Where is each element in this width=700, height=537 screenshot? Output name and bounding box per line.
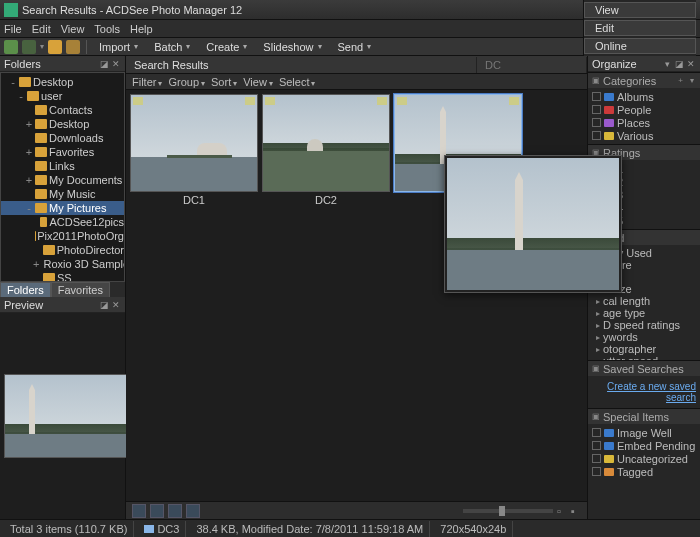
batch-button[interactable]: Batch xyxy=(148,40,196,54)
special-item[interactable]: Embed Pending xyxy=(592,439,696,452)
select-menu[interactable]: Select xyxy=(279,76,316,88)
category-item[interactable]: Places xyxy=(592,116,696,129)
status-selected: DC3 xyxy=(138,521,186,537)
menu-file[interactable]: File xyxy=(4,23,22,35)
tag-icon xyxy=(397,97,407,105)
tree-node[interactable]: +Desktop xyxy=(1,117,124,131)
view-mode-button[interactable] xyxy=(132,504,146,518)
special-item[interactable]: Image Well xyxy=(592,426,696,439)
left-tabs: Folders Favorites xyxy=(0,282,125,297)
autocat-item[interactable]: ▸ywords xyxy=(596,331,698,343)
preview-image xyxy=(4,374,132,458)
status-count: Total 3 items (110.7 KB) xyxy=(4,521,134,537)
embed-icon xyxy=(245,97,255,105)
special-items-header[interactable]: ▣Special Items xyxy=(588,409,700,424)
tree-node[interactable]: -Desktop xyxy=(1,75,124,89)
create-saved-search-link[interactable]: Create a new saved search xyxy=(592,378,696,406)
category-item[interactable]: People xyxy=(592,103,696,116)
thumbnail-grid[interactable]: DC1 DC2 xyxy=(126,90,587,501)
categories-header[interactable]: ▣Categories+▾ xyxy=(588,73,700,88)
slideshow-button[interactable]: Slideshow xyxy=(257,40,327,54)
thumb-dc2[interactable]: DC2 xyxy=(262,94,390,208)
tree-node[interactable]: +Favorites xyxy=(1,145,124,159)
view-menu[interactable]: View xyxy=(243,76,273,88)
history-dropdown-icon[interactable]: ▾ xyxy=(40,42,44,51)
panel-pin-icon[interactable]: ◪ xyxy=(99,59,109,69)
filter-bar: Filter Group Sort View Select xyxy=(126,74,587,90)
up-icon[interactable] xyxy=(48,40,62,54)
view-mode-button[interactable] xyxy=(150,504,164,518)
thumb-dc1[interactable]: DC1 xyxy=(130,94,258,208)
up-alt-icon[interactable] xyxy=(66,40,80,54)
sort-menu[interactable]: Sort xyxy=(211,76,237,88)
view-mode-button[interactable] xyxy=(168,504,182,518)
zoom-in-icon[interactable]: ▪ xyxy=(571,505,581,517)
window-title: Search Results - ACDSee Photo Manager 12 xyxy=(22,4,620,16)
view-mode-button[interactable] xyxy=(186,504,200,518)
preview-close-icon[interactable]: ✕ xyxy=(111,300,121,310)
mode-view[interactable]: View xyxy=(584,2,696,18)
tree-node[interactable]: -user xyxy=(1,89,124,103)
preview-header: Preview ◪✕ xyxy=(0,297,125,313)
tab-favorites[interactable]: Favorites xyxy=(51,282,110,297)
back-icon[interactable] xyxy=(4,40,18,54)
send-button[interactable]: Send xyxy=(332,40,378,54)
tree-node[interactable]: Links xyxy=(1,159,124,173)
tree-node[interactable]: -My Pictures xyxy=(1,201,124,215)
organize-close-icon[interactable]: ✕ xyxy=(686,59,696,69)
preview-pane xyxy=(0,313,125,519)
category-item[interactable]: Albums xyxy=(592,90,696,103)
autocat-item[interactable]: ▸D speed ratings xyxy=(596,319,698,331)
status-dimensions: 720x540x24b xyxy=(434,521,513,537)
crumb-search-results[interactable]: Search Results xyxy=(126,57,477,73)
crumb-dc[interactable]: DC xyxy=(477,57,587,73)
hover-preview-popup xyxy=(444,155,622,293)
autocat-item[interactable]: ▸age type xyxy=(596,307,698,319)
mode-edit[interactable]: Edit xyxy=(584,20,696,36)
organize-title: Organize xyxy=(592,58,637,70)
tab-folders[interactable]: Folders xyxy=(0,282,51,297)
status-bar: Total 3 items (110.7 KB) DC3 38.4 KB, Mo… xyxy=(0,519,700,537)
category-item[interactable]: Various xyxy=(592,129,696,142)
tree-node[interactable]: PhotoDirector xyxy=(1,243,124,257)
folder-tree[interactable]: -Desktop-userContacts+DesktopDownloads+F… xyxy=(0,72,125,282)
forward-icon[interactable] xyxy=(22,40,36,54)
thumb-size-slider[interactable] xyxy=(463,509,553,513)
embed-icon xyxy=(377,97,387,105)
preview-pin-icon[interactable]: ◪ xyxy=(99,300,109,310)
saved-searches-header[interactable]: ▣Saved Searches xyxy=(588,361,700,376)
panel-close-icon[interactable]: ✕ xyxy=(111,59,121,69)
embed-icon xyxy=(509,97,519,105)
organize-pin-icon[interactable]: ◪ xyxy=(674,59,684,69)
tree-node[interactable]: Pix2011PhotoOrg xyxy=(1,229,124,243)
image-icon xyxy=(144,525,154,533)
menu-view[interactable]: View xyxy=(61,23,85,35)
tree-node[interactable]: My Music xyxy=(1,187,124,201)
filter-menu[interactable]: Filter xyxy=(132,76,162,88)
tree-node[interactable]: ACDSee12pics xyxy=(1,215,124,229)
preview-title: Preview xyxy=(4,299,43,311)
autocat-item[interactable]: ▸cal length xyxy=(596,295,698,307)
tree-node[interactable]: Downloads xyxy=(1,131,124,145)
menu-help[interactable]: Help xyxy=(130,23,153,35)
autocat-item[interactable]: ▸otographer xyxy=(596,343,698,355)
create-button[interactable]: Create xyxy=(200,40,253,54)
thumb-label: DC1 xyxy=(130,192,258,208)
tree-node[interactable]: +My Documents xyxy=(1,173,124,187)
tree-node[interactable]: SS xyxy=(1,271,124,282)
menu-tools[interactable]: Tools xyxy=(94,23,120,35)
special-item[interactable]: Tagged xyxy=(592,465,696,478)
group-menu[interactable]: Group xyxy=(168,76,205,88)
mode-online[interactable]: Online xyxy=(584,38,696,54)
thumb-label: DC2 xyxy=(262,192,390,208)
organize-header: Organize ▾◪✕ xyxy=(588,56,700,72)
tree-node[interactable]: +Roxio 3D Samples xyxy=(1,257,124,271)
zoom-out-icon[interactable]: ▫ xyxy=(557,505,567,517)
tree-node[interactable]: Contacts xyxy=(1,103,124,117)
special-item[interactable]: Uncategorized xyxy=(592,452,696,465)
folders-header: Folders ◪✕ xyxy=(0,56,125,72)
menu-edit[interactable]: Edit xyxy=(32,23,51,35)
import-button[interactable]: Import xyxy=(93,40,144,54)
organize-menu-icon[interactable]: ▾ xyxy=(662,59,672,69)
tag-icon xyxy=(265,97,275,105)
